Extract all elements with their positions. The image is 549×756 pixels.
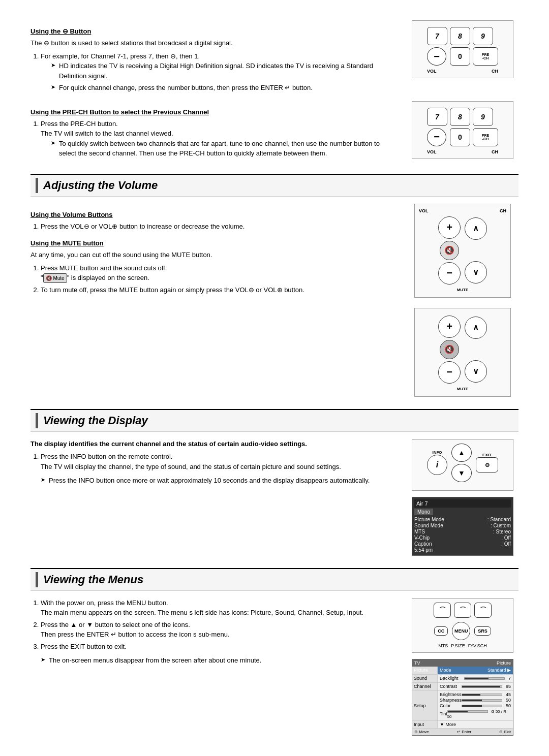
prech-note-1: To quickly switch between two channels t…	[51, 139, 396, 159]
menu-buttons-row: ⌒ ⌒ ⌒	[434, 603, 492, 618]
picture-menu-footer: ⊕ Move ↵ Enter ⊖ Exit	[412, 729, 513, 735]
vol-plus-btn-2[interactable]: +	[438, 316, 461, 338]
srs-btn[interactable]: SRS	[474, 626, 491, 636]
volume-section-header: Adjusting the Volume	[30, 174, 518, 197]
mute-step-2: To turn mute off, press the MUTE button …	[41, 285, 396, 295]
nav-btn-2[interactable]: ⌒	[454, 603, 471, 618]
menus-content-row: With the power on, press the MENU button…	[30, 598, 518, 736]
ominus-intro: The ⊖ button is used to select stations …	[30, 38, 396, 48]
volume-content: Using the Volume Buttons Press the VOL⊖ …	[30, 204, 396, 397]
menus-section: Viewing the Menus With the power on, pre…	[30, 568, 518, 736]
color-bar: 50	[462, 703, 511, 708]
mute-btn-2[interactable]: 🔇	[440, 340, 459, 359]
channel-section: Using the ⊖ Button The ⊖ button is used …	[30, 20, 518, 162]
display-step-1-sub: The TV will display the channel, the typ…	[41, 463, 341, 470]
nav-btn-1[interactable]: ⌒	[434, 603, 451, 618]
exit-btn[interactable]: ⊖	[476, 457, 498, 472]
keypad-grid-1: 7 8 9 − 0 PRE -CH	[427, 27, 498, 66]
vol-step-1: Press the VOL⊖ or VOL⊕ button to increas…	[41, 222, 396, 232]
mute-btn-1[interactable]: 🔇	[440, 241, 459, 260]
using-prech-content: Using the PRE-CH Button to select the Pr…	[30, 101, 396, 162]
info-button-row: INFO i ▲ ▼ EXIT ⊖	[427, 444, 498, 482]
key-9a: 9	[473, 27, 493, 45]
mute-title: Using the MUTE button	[30, 239, 396, 247]
using-ominus-row: Using the ⊖ Button The ⊖ button is used …	[30, 20, 518, 96]
exit-icon: ⊖	[485, 462, 490, 468]
menu-buttons-diagram: ⌒ ⌒ ⌒ CC MENU SRS MTS P.SIZE FAV.SCH	[412, 598, 513, 653]
menu-btn[interactable]: MENU	[452, 622, 470, 640]
picture-menu-row-contrast: Channel Contrast 95	[412, 683, 513, 691]
vol-diagram-1: VOL CH + 🔇 − ∧	[414, 204, 511, 298]
menus-step-2-sub: Then press the ENTER ↵ button to access …	[41, 631, 230, 638]
exit-label: EXIT	[482, 453, 492, 457]
display-bar	[36, 413, 38, 428]
vol-top-labels-1: VOL CH	[419, 208, 506, 213]
key-8b: 8	[450, 108, 470, 126]
nav-btn-3[interactable]: ⌒	[474, 603, 492, 618]
ch-down-btn-1[interactable]: ∨	[465, 261, 487, 284]
more-label: ▼ More	[440, 722, 456, 727]
vol-minus-btn-2[interactable]: −	[438, 361, 461, 384]
key-prech-b: PRE -CH	[473, 128, 498, 146]
display-note-1: Press the INFO button once more or wait …	[41, 476, 396, 486]
vol-ch-label-1: VOL CH	[427, 69, 498, 74]
prech-title: Using the PRE-CH Button to select the Pr…	[30, 108, 396, 116]
ch-down-btn-2[interactable]: ∨	[465, 360, 487, 383]
vol-ch-label-2: VOL CH	[427, 149, 498, 154]
info-label: INFO	[432, 450, 442, 455]
display-intro: The display identifies the current chann…	[30, 439, 396, 449]
ominus-diagram-area: 7 8 9 − 0 PRE -CH VOL CH	[407, 20, 518, 96]
footer-exit: ⊖ Exit	[499, 730, 511, 734]
display-content-row: The display identifies the current chann…	[30, 439, 518, 556]
prech-step-1: Press the PRE-CH button. The TV will swi…	[41, 119, 396, 159]
picture-content-3: Brightness 45 Sharpness 50	[438, 691, 513, 720]
picture-sidebar-3: Setup	[412, 691, 438, 720]
vol-plus-btn-1[interactable]: +	[438, 216, 461, 239]
volume-title: Adjusting the Volume	[43, 179, 158, 192]
volume-diagram-area: VOL CH + 🔇 − ∧	[407, 204, 518, 397]
vol-minus-btn-1[interactable]: −	[438, 262, 461, 285]
footer-enter: ↵ Enter	[457, 730, 471, 734]
info-btn-group: INFO i	[427, 450, 447, 475]
vol-controls-1: + 🔇 − ∧ ∨	[438, 216, 487, 285]
menus-diagram-area: ⌒ ⌒ ⌒ CC MENU SRS MTS P.SIZE FAV.SCH	[407, 598, 518, 736]
key-0a: 0	[450, 47, 470, 66]
menus-content: With the power on, press the MENU button…	[30, 598, 396, 736]
mute-step-1-sub: "🔇 Mute" is displayed on the screen.	[41, 274, 149, 281]
volume-bar	[36, 178, 38, 193]
cc-btn[interactable]: CC	[434, 626, 448, 636]
psize-label: P.SIZE	[451, 643, 465, 648]
mts-label: MTS	[438, 643, 448, 648]
key-minus-a: −	[427, 47, 446, 66]
ch-up-btn-2[interactable]: ∧	[465, 317, 487, 339]
picture-menu-tv: TV	[414, 660, 420, 666]
picture-menu-picture: Picture	[497, 660, 511, 666]
key-0b: 0	[450, 128, 470, 146]
mute-icon-1: 🔇	[444, 245, 454, 255]
menus-title: Viewing the Menus	[43, 573, 143, 586]
menus-step-1-sub: The main menu appears on the screen. The…	[41, 609, 363, 616]
using-prech-row: Using the PRE-CH Button to select the Pr…	[30, 101, 518, 162]
mute-intro: At any time, you can cut off the sound u…	[30, 250, 396, 260]
contrast-bar: 95	[462, 684, 511, 689]
mute-label-1: MUTE	[457, 288, 469, 292]
info-up-btn[interactable]: ▲	[451, 444, 472, 462]
sharpness-bar: 50	[462, 698, 511, 703]
display-diagram-area: INFO i ▲ ▼ EXIT ⊖	[407, 439, 518, 556]
info-btn[interactable]: i	[427, 455, 447, 475]
osd-row-1: Sound Mode : Custom	[414, 523, 511, 528]
menus-bar	[36, 572, 38, 587]
vol-diagram-2: + 🔇 − ∧ ∨ MUTE	[414, 308, 511, 397]
ominus-step-1: For example, for Channel 7-1, press 7, t…	[41, 51, 396, 93]
osd-row-0: Picture Mode : Standard	[414, 517, 511, 522]
info-arrows: ▲ ▼	[451, 444, 472, 482]
info-down-btn[interactable]: ▼	[451, 464, 472, 482]
picture-content-1: Backlight 7	[438, 675, 513, 682]
picture-menu-row-backlight: Sound Backlight 7	[412, 675, 513, 683]
prech-diagram-area: 7 8 9 − 0 PRE -CH VOL CH	[407, 101, 518, 162]
picture-menu-row-more: Input ▼ More	[412, 721, 513, 729]
keypad-diagram-1: 7 8 9 − 0 PRE -CH VOL CH	[412, 20, 513, 78]
ch-up-btn-1[interactable]: ∧	[465, 217, 487, 240]
mute-step-1: Press MUTE button and the sound cuts off…	[41, 263, 396, 284]
picture-sidebar-4: Input	[412, 721, 438, 728]
